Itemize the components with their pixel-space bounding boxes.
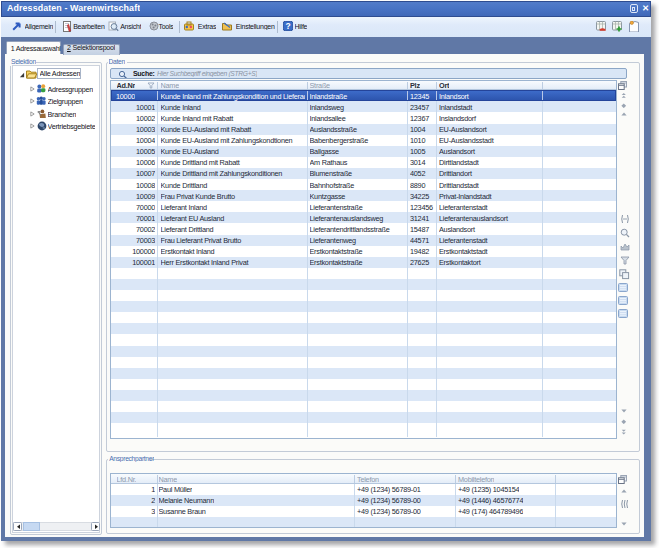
- svg-text:?: ?: [285, 21, 290, 31]
